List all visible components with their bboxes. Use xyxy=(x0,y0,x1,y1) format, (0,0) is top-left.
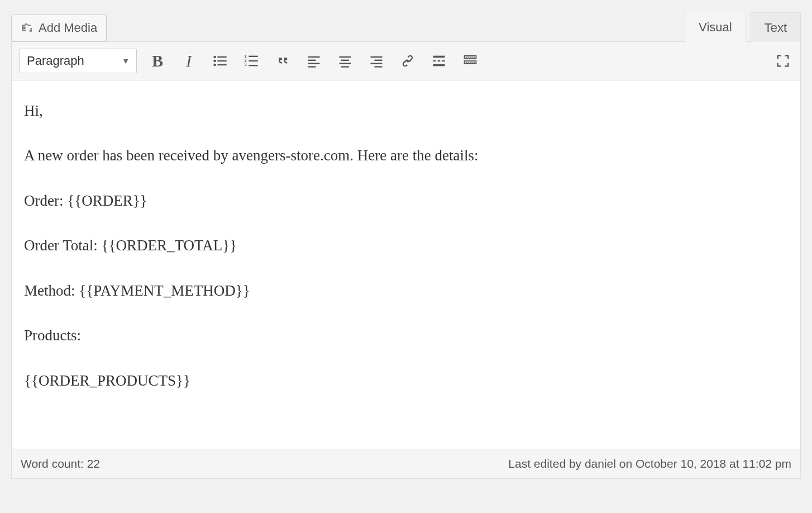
editor-tabs: Visual Text xyxy=(685,11,801,41)
camera-music-icon xyxy=(21,21,34,35)
toolbar-buttons: B I 123 xyxy=(148,51,792,70)
read-more-button[interactable] xyxy=(429,51,448,70)
toolbar-toggle-button[interactable] xyxy=(461,51,480,70)
svg-rect-28 xyxy=(433,64,445,66)
content-paragraph: A new order has been received by avenger… xyxy=(24,145,788,165)
svg-rect-21 xyxy=(375,60,383,61)
editor-box: Paragraph ▼ B I 123 xyxy=(11,41,801,479)
svg-rect-22 xyxy=(371,63,383,64)
align-center-icon xyxy=(337,53,353,69)
align-left-button[interactable] xyxy=(304,51,323,70)
bulleted-list-button[interactable] xyxy=(211,51,230,70)
svg-rect-26 xyxy=(438,60,441,61)
svg-rect-1 xyxy=(217,56,226,58)
add-media-button[interactable]: Add Media xyxy=(11,15,107,41)
svg-rect-25 xyxy=(433,60,436,61)
italic-icon: I xyxy=(186,51,192,70)
content-paragraph: Order Total: {{ORDER_TOTAL}} xyxy=(24,235,788,255)
content-paragraph: Products: xyxy=(24,325,788,345)
editor-content[interactable]: Hi, A new order has been received by ave… xyxy=(12,80,800,449)
editor-top-row: Add Media Visual Text xyxy=(11,11,801,41)
tab-visual[interactable]: Visual xyxy=(685,12,746,42)
svg-rect-30 xyxy=(466,56,467,57)
align-left-icon xyxy=(306,53,322,69)
last-edited: Last edited by daniel on October 10, 201… xyxy=(508,457,791,471)
svg-rect-40 xyxy=(474,62,475,63)
chevron-down-icon: ▼ xyxy=(122,56,130,65)
svg-rect-39 xyxy=(471,62,472,63)
svg-rect-20 xyxy=(371,56,383,58)
format-select[interactable]: Paragraph ▼ xyxy=(20,49,137,73)
editor-toolbar: Paragraph ▼ B I 123 xyxy=(12,42,800,80)
bulleted-list-icon xyxy=(212,53,228,69)
align-center-button[interactable] xyxy=(336,51,355,70)
svg-rect-23 xyxy=(375,66,383,67)
italic-button[interactable]: I xyxy=(179,51,198,70)
content-paragraph: Hi, xyxy=(24,101,788,121)
tab-text[interactable]: Text xyxy=(751,12,801,42)
fullscreen-icon xyxy=(775,53,791,69)
word-count: Word count: 22 xyxy=(21,457,100,471)
svg-point-0 xyxy=(213,56,216,59)
bold-button[interactable]: B xyxy=(148,51,167,70)
editor-status-bar: Word count: 22 Last edited by daniel on … xyxy=(12,449,800,478)
read-more-icon xyxy=(431,53,447,69)
svg-rect-34 xyxy=(474,56,475,57)
content-paragraph: {{ORDER_PRODUCTS}} xyxy=(24,370,788,391)
svg-rect-38 xyxy=(470,62,471,63)
align-right-button[interactable] xyxy=(367,51,386,70)
toolbar-toggle-icon xyxy=(462,53,478,69)
add-media-label: Add Media xyxy=(39,21,97,35)
numbered-list-icon: 123 xyxy=(243,53,259,69)
link-icon xyxy=(400,53,415,69)
svg-rect-12 xyxy=(308,56,320,58)
svg-rect-37 xyxy=(467,62,469,63)
svg-rect-9 xyxy=(249,60,257,61)
svg-rect-14 xyxy=(308,63,320,64)
svg-rect-17 xyxy=(341,60,349,61)
format-select-value: Paragraph xyxy=(27,54,84,68)
svg-point-2 xyxy=(213,60,216,63)
editor-wrap: Add Media Visual Text Paragraph ▼ B I 12… xyxy=(0,0,812,490)
svg-rect-33 xyxy=(471,56,472,57)
svg-rect-11 xyxy=(249,65,257,66)
svg-rect-31 xyxy=(467,56,469,57)
svg-rect-7 xyxy=(249,56,257,57)
svg-rect-19 xyxy=(341,66,349,67)
content-paragraph: Method: {{PAYMENT_METHOD}} xyxy=(24,281,788,301)
fullscreen-button[interactable] xyxy=(773,51,792,70)
blockquote-icon xyxy=(275,53,290,69)
svg-point-4 xyxy=(213,64,216,66)
svg-rect-5 xyxy=(217,64,226,65)
svg-rect-32 xyxy=(470,56,471,57)
blockquote-button[interactable] xyxy=(273,51,292,70)
numbered-list-button[interactable]: 123 xyxy=(242,51,261,70)
svg-rect-36 xyxy=(466,62,467,63)
svg-rect-13 xyxy=(308,60,316,61)
svg-rect-24 xyxy=(433,56,445,58)
svg-rect-16 xyxy=(340,56,351,58)
svg-text:3: 3 xyxy=(244,62,247,67)
link-button[interactable] xyxy=(398,51,417,70)
svg-rect-15 xyxy=(308,66,316,67)
bold-icon: B xyxy=(152,51,163,70)
content-paragraph: Order: {{ORDER}} xyxy=(24,191,788,211)
svg-rect-3 xyxy=(217,60,226,61)
svg-rect-18 xyxy=(340,63,351,64)
align-right-icon xyxy=(369,53,384,69)
svg-rect-27 xyxy=(442,60,445,61)
